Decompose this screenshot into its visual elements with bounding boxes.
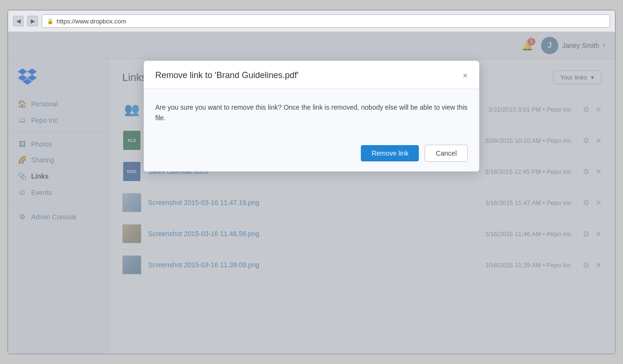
- modal-body: Are you sure you want to remove this lin…: [144, 89, 479, 137]
- modal-title: Remove link to 'Brand Guidelines.pdf': [155, 70, 299, 80]
- browser-frame: ◀ ▶ 🔒 https://www.dropbox.com 🔔 1 J: [7, 10, 616, 354]
- cancel-button[interactable]: Cancel: [425, 145, 468, 162]
- url-bar[interactable]: 🔒 https://www.dropbox.com: [42, 14, 610, 28]
- url-text: https://www.dropbox.com: [57, 18, 126, 25]
- modal-body-text: Are you sure you want to remove this lin…: [155, 102, 468, 124]
- modal-overlay: Remove link to 'Brand Guidelines.pdf' × …: [8, 32, 615, 353]
- lock-icon: 🔒: [47, 18, 54, 24]
- remove-link-modal: Remove link to 'Brand Guidelines.pdf' × …: [144, 61, 479, 171]
- modal-header: Remove link to 'Brand Guidelines.pdf' ×: [144, 61, 479, 89]
- modal-footer: Remove link Cancel: [144, 137, 479, 171]
- back-button[interactable]: ◀: [13, 16, 23, 26]
- remove-link-button[interactable]: Remove link: [361, 145, 419, 161]
- forward-button[interactable]: ▶: [27, 16, 38, 26]
- app-container: 🔔 1 J Janey Smith ▾: [8, 32, 615, 353]
- browser-toolbar: ◀ ▶ 🔒 https://www.dropbox.com: [8, 11, 615, 32]
- modal-close-button[interactable]: ×: [462, 71, 468, 80]
